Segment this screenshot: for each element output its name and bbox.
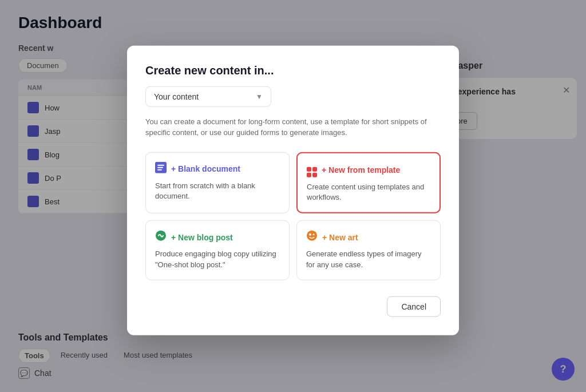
art-title: + New art — [322, 232, 358, 241]
blog-desc: Produce engaging blog copy utilizing "On… — [155, 249, 280, 271]
blank-doc-desc: Start from scratch with a blank document… — [155, 180, 280, 202]
modal-description: You can create a document for long-form … — [145, 116, 441, 138]
blank-document-option[interactable]: + Blank document Start from scratch with… — [145, 152, 290, 213]
blank-doc-icon — [155, 161, 167, 176]
blank-doc-title: + Blank document — [171, 164, 240, 173]
svg-point-6 — [309, 233, 311, 236]
svg-point-5 — [307, 231, 317, 241]
blank-doc-header: + Blank document — [155, 161, 280, 176]
content-location-dropdown[interactable]: Your content ▼ — [145, 86, 271, 106]
blog-icon — [155, 230, 167, 244]
svg-rect-3 — [157, 169, 162, 170]
new-from-template-option[interactable]: + New from template Create content using… — [296, 152, 441, 213]
template-header: + New from template — [307, 162, 430, 177]
art-desc: Generate endless types of imagery for an… — [306, 249, 431, 271]
chevron-down-icon: ▼ — [256, 92, 263, 100]
content-options-grid: + Blank document Start from scratch with… — [145, 152, 441, 280]
template-desc: Create content using templates and workf… — [307, 181, 430, 203]
svg-point-7 — [313, 233, 315, 235]
template-icon — [307, 162, 317, 177]
cancel-button[interactable]: Cancel — [387, 296, 441, 317]
svg-rect-2 — [157, 167, 163, 168]
new-art-option[interactable]: + New art Generate endless types of imag… — [296, 220, 441, 280]
create-content-modal: Create new content in... Your content ▼ … — [127, 45, 459, 335]
svg-rect-1 — [157, 164, 164, 165]
template-title: + New from template — [322, 165, 400, 174]
blog-title: + New blog post — [171, 232, 233, 241]
art-header: + New art — [306, 230, 431, 244]
dropdown-row: Your content ▼ — [145, 86, 441, 106]
dropdown-value: Your content — [154, 92, 199, 101]
modal-footer: Cancel — [145, 296, 441, 317]
modal-title: Create new content in... — [145, 64, 441, 77]
new-blog-post-option[interactable]: + New blog post Produce engaging blog co… — [145, 220, 290, 280]
blog-header: + New blog post — [155, 230, 280, 244]
art-icon — [306, 230, 318, 244]
